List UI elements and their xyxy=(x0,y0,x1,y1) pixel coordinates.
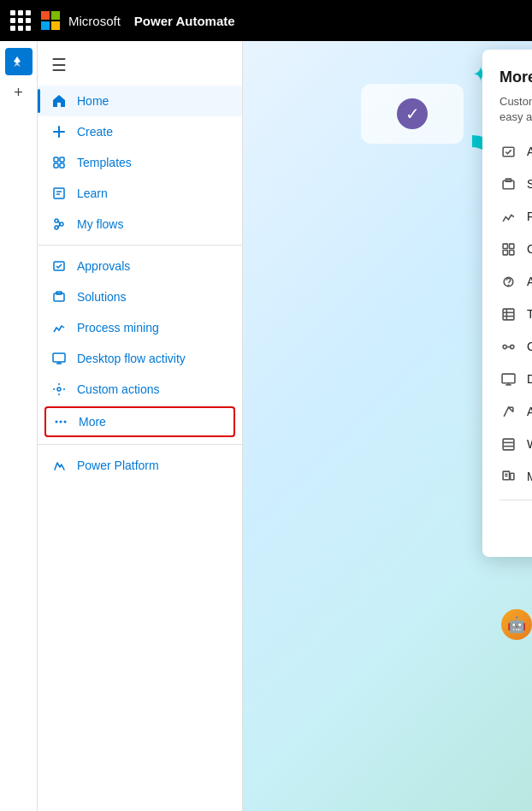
sidebar-item-custom-actions[interactable]: Custom actions xyxy=(38,374,242,405)
topbar: Microsoft Power Automate xyxy=(0,0,532,41)
more-item-machines[interactable]: Machines xyxy=(482,460,532,493)
power-automate-icon[interactable] xyxy=(5,48,33,75)
svg-line-11 xyxy=(58,224,60,228)
sidebar-item-learn[interactable]: Learn xyxy=(38,178,242,209)
svg-rect-1 xyxy=(60,157,64,162)
svg-point-8 xyxy=(55,226,58,229)
svg-rect-32 xyxy=(509,244,513,248)
badge-icon: 🤖 xyxy=(501,609,532,640)
icon-strip: + xyxy=(0,41,38,811)
desktop-flow-activity-popup-icon xyxy=(499,370,517,388)
hamburger-menu[interactable]: ☰ xyxy=(38,48,242,82)
sidebar-label-custom-actions: Custom actions xyxy=(77,382,159,396)
waffle-menu[interactable] xyxy=(10,10,31,31)
more-item-tables-label: Tables xyxy=(527,307,532,321)
microsoft-logo: Microsoft xyxy=(41,11,121,30)
approvals-icon xyxy=(51,258,67,274)
more-item-desktop-flow-activity-label: Desktop flow activity xyxy=(527,372,532,386)
sidebar-item-myflows[interactable]: My flows xyxy=(38,209,242,240)
sidebar-label-solutions: Solutions xyxy=(77,290,127,304)
more-item-approvals[interactable]: Approvals xyxy=(482,135,532,168)
svg-rect-34 xyxy=(509,250,513,254)
add-button[interactable]: + xyxy=(7,80,31,104)
more-item-automation-center[interactable]: Automation center (preview) xyxy=(482,395,532,428)
sidebar-label-create: Create xyxy=(77,125,113,139)
right-partial-badge: 🤖 xyxy=(501,609,532,640)
more-item-work-queues-label: Work queues xyxy=(527,437,532,451)
learn-icon xyxy=(51,186,67,201)
more-item-approvals-label: Approvals xyxy=(527,145,532,158)
more-item-catalog[interactable]: Catalog xyxy=(482,233,532,265)
machines-popup-icon xyxy=(499,468,517,485)
more-item-ai-hub[interactable]: AI hub xyxy=(482,265,532,298)
svg-rect-61 xyxy=(503,439,514,450)
myflows-icon xyxy=(51,216,67,232)
sidebar-item-more[interactable]: More xyxy=(44,406,235,437)
company-name: Microsoft xyxy=(68,14,121,28)
svg-point-7 xyxy=(55,219,58,222)
svg-rect-67 xyxy=(510,473,513,479)
sidebar-label-process-mining: Process mining xyxy=(77,321,159,334)
home-icon xyxy=(51,93,67,109)
more-item-tables[interactable]: Tables xyxy=(482,298,532,330)
solutions-icon xyxy=(51,289,67,305)
sidebar-item-create[interactable]: Create xyxy=(38,116,242,147)
svg-rect-41 xyxy=(503,309,514,320)
svg-rect-52 xyxy=(502,374,515,383)
sidebar-item-home[interactable]: Home xyxy=(38,86,242,116)
more-icon xyxy=(53,414,68,429)
ms-logo-grid xyxy=(41,11,60,30)
sidebar-item-solutions[interactable]: Solutions xyxy=(38,281,242,312)
more-item-connections-label: Connections xyxy=(527,340,532,353)
create-icon xyxy=(51,124,67,139)
sidebar-label-templates: Templates xyxy=(77,156,132,169)
sidebar-item-process-mining[interactable]: Process mining xyxy=(38,312,242,343)
svg-rect-4 xyxy=(54,188,64,198)
more-item-desktop-flow-activity[interactable]: Desktop flow activity xyxy=(482,363,532,395)
more-item-catalog-label: Catalog xyxy=(527,242,532,256)
check-icon: ✓ xyxy=(397,98,428,129)
svg-rect-3 xyxy=(60,163,64,168)
more-item-process-mining[interactable]: Process mining xyxy=(482,200,532,233)
sidebar-item-power-platform[interactable]: Power Platform xyxy=(38,450,242,481)
sidebar-item-desktop-flow[interactable]: Desktop flow activity xyxy=(38,343,242,374)
more-item-automation-center-label: Automation center (preview) xyxy=(527,405,532,418)
power-platform-icon xyxy=(51,458,67,473)
process-mining-popup-icon xyxy=(499,208,517,225)
sidebar: ☰ Home Create Templates Learn xyxy=(38,41,243,811)
solutions-popup-icon xyxy=(499,175,517,192)
more-item-solutions[interactable]: Solutions xyxy=(482,168,532,200)
custom-actions-icon xyxy=(51,382,67,397)
svg-point-48 xyxy=(510,345,513,348)
sidebar-item-approvals[interactable]: Approvals xyxy=(38,251,242,281)
svg-point-21 xyxy=(64,421,67,423)
more-item-process-mining-label: Process mining xyxy=(527,210,532,223)
sidebar-label-more: More xyxy=(79,415,106,429)
sidebar-label-power-platform: Power Platform xyxy=(77,459,159,472)
desktop-flow-icon xyxy=(51,351,67,366)
svg-rect-33 xyxy=(503,250,507,254)
more-item-work-queues[interactable]: Work queues xyxy=(482,428,532,460)
automation-center-popup-icon xyxy=(499,403,517,420)
svg-rect-15 xyxy=(53,353,65,362)
sidebar-label-desktop-flow: Desktop flow activity xyxy=(77,352,186,365)
more-item-ai-hub-label: AI hub xyxy=(527,275,532,288)
svg-point-38 xyxy=(507,285,508,286)
tables-popup-icon xyxy=(499,305,517,323)
sidebar-item-templates[interactable]: Templates xyxy=(38,147,242,178)
connections-popup-icon xyxy=(499,338,517,355)
more-popup-description: Customize your left navigation items for… xyxy=(482,94,532,135)
hero-card: ✓ xyxy=(361,84,464,144)
sidebar-divider-1 xyxy=(38,245,242,246)
ai-hub-popup-icon xyxy=(499,273,517,290)
svg-line-10 xyxy=(58,221,60,224)
svg-rect-31 xyxy=(503,244,507,248)
sidebar-label-myflows: My flows xyxy=(77,217,123,231)
sidebar-label-home: Home xyxy=(77,94,109,108)
more-item-solutions-label: Solutions xyxy=(527,177,532,191)
sidebar-label-learn: Learn xyxy=(77,186,108,200)
svg-point-18 xyxy=(57,388,61,391)
more-popup-title: More xyxy=(499,68,532,86)
more-item-connections[interactable]: Connections xyxy=(482,330,532,363)
svg-rect-2 xyxy=(54,163,58,168)
